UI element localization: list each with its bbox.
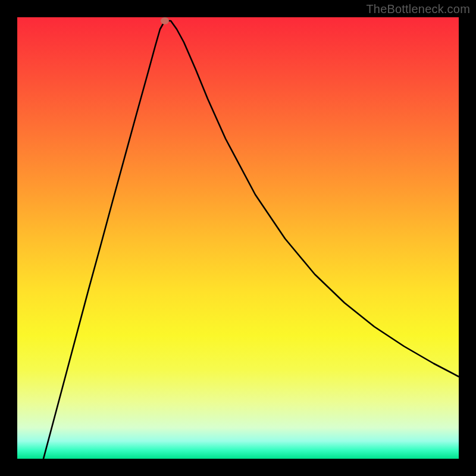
vertex-marker xyxy=(161,17,169,24)
bottleneck-curve xyxy=(43,21,459,459)
chart-curve-svg xyxy=(17,17,459,459)
watermark-text: TheBottleneck.com xyxy=(366,2,470,16)
chart-plot-area xyxy=(17,17,459,459)
